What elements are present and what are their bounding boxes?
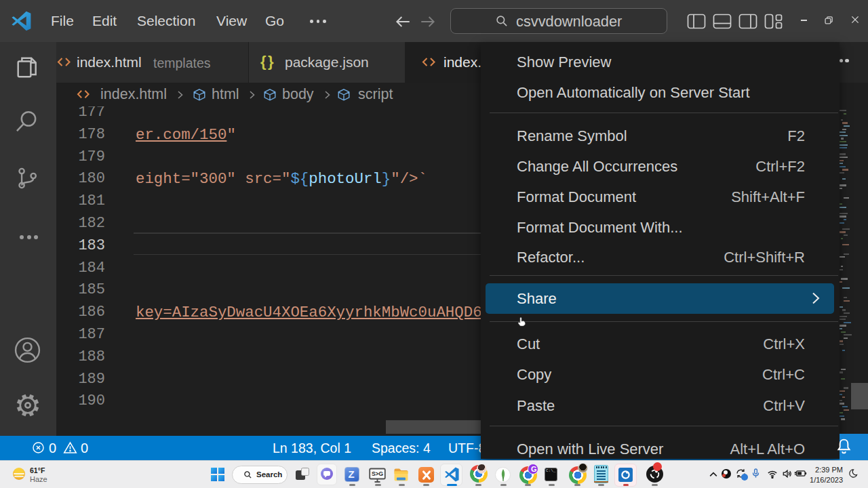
svg-text:S>G: S>G (372, 470, 384, 477)
